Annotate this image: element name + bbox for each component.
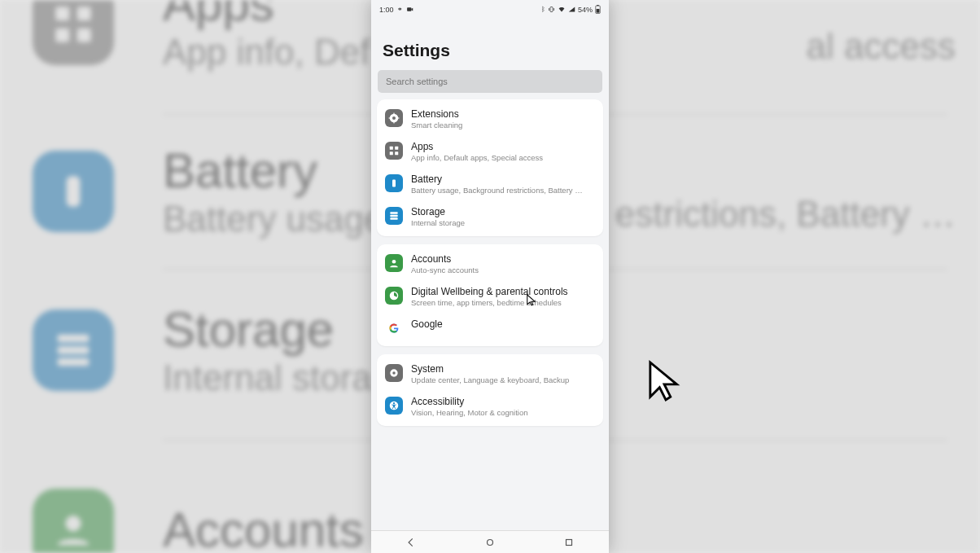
extensions-icon xyxy=(385,109,403,127)
search-placeholder: Search settings xyxy=(386,77,448,86)
svg-point-36 xyxy=(487,539,492,545)
row-google-title: Google xyxy=(411,318,595,330)
row-battery-sub: Battery usage, Background restrictions, … xyxy=(411,186,595,195)
bg-battery-sub-right: estrictions, Battery … xyxy=(615,194,956,235)
svg-point-30 xyxy=(392,260,396,264)
svg-point-17 xyxy=(392,116,396,120)
row-accessibility-title: Accessibility xyxy=(411,396,595,407)
svg-rect-9 xyxy=(407,7,411,11)
svg-rect-1 xyxy=(77,7,91,20)
row-extensions[interactable]: Extensions Smart cleaning xyxy=(377,103,603,135)
svg-rect-25 xyxy=(395,151,398,155)
storage-icon xyxy=(385,207,403,225)
recording-icon: ⚭ xyxy=(397,6,403,13)
bg-storage-title: Storage xyxy=(163,301,372,358)
svg-rect-7 xyxy=(58,358,90,366)
status-bar: 1:00 ⚭ ᛒ 54% xyxy=(371,0,609,16)
row-storage-sub: Internal storage xyxy=(411,218,595,227)
battery-icon xyxy=(385,174,403,192)
settings-group-device: Extensions Smart cleaning Apps App info,… xyxy=(377,99,603,236)
svg-rect-27 xyxy=(390,212,397,213)
row-accounts-title: Accounts xyxy=(411,253,595,265)
row-accounts-sub: Auto-sync accounts xyxy=(411,266,595,274)
row-google[interactable]: Google xyxy=(377,313,603,343)
status-time: 1:00 xyxy=(379,6,394,14)
row-accessibility[interactable]: Accessibility Vision, Hearing, Motor & c… xyxy=(377,390,603,423)
google-icon xyxy=(385,319,403,337)
row-storage-title: Storage xyxy=(411,206,595,217)
accessibility-icon xyxy=(385,397,403,415)
bg-accounts-title: Accounts xyxy=(163,502,364,554)
svg-rect-26 xyxy=(392,180,396,187)
svg-rect-10 xyxy=(550,7,553,12)
bg-apps-sub: App info, Def xyxy=(163,32,370,72)
phone-frame: 1:00 ⚭ ᛒ 54% xyxy=(371,0,609,553)
svg-rect-19 xyxy=(393,121,394,123)
signal-icon xyxy=(568,6,575,13)
row-apps-title: Apps xyxy=(411,141,595,152)
svg-rect-0 xyxy=(55,7,69,20)
bg-storage-sub: Internal stora xyxy=(163,358,372,398)
row-extensions-sub: Smart cleaning xyxy=(411,121,595,129)
svg-rect-23 xyxy=(395,147,398,150)
row-storage[interactable]: Storage Internal storage xyxy=(377,200,603,233)
accounts-icon xyxy=(385,254,403,272)
svg-point-33 xyxy=(392,371,396,375)
row-accounts[interactable]: Accounts Auto-sync accounts xyxy=(377,248,603,280)
row-system-sub: Update center, Language & keyboard, Back… xyxy=(411,375,595,384)
svg-rect-28 xyxy=(390,215,397,217)
accounts-icon xyxy=(33,489,114,553)
nav-recents-button[interactable] xyxy=(563,537,575,548)
android-nav-bar xyxy=(371,530,609,553)
svg-rect-14 xyxy=(597,5,598,6)
apps-icon xyxy=(385,142,403,160)
bg-apps-title: Apps xyxy=(163,0,370,32)
svg-rect-4 xyxy=(67,176,81,207)
row-wellbeing-title: Digital Wellbeing & parental controls xyxy=(411,286,595,297)
settings-group-system: System Update center, Language & keyboar… xyxy=(377,354,603,426)
svg-rect-29 xyxy=(390,217,397,219)
row-system[interactable]: System Update center, Language & keyboar… xyxy=(377,358,603,390)
svg-rect-6 xyxy=(58,346,90,354)
settings-group-accounts: Accounts Auto-sync accounts Digital Well… xyxy=(377,244,603,346)
vibrate-icon xyxy=(548,6,555,13)
storage-icon xyxy=(33,309,114,391)
row-wellbeing-sub: Screen time, app timers, bedtime schedul… xyxy=(411,298,595,307)
nav-home-button[interactable] xyxy=(484,537,496,548)
search-input[interactable]: Search settings xyxy=(378,70,602,93)
svg-rect-21 xyxy=(397,117,399,118)
row-apps[interactable]: Apps App info, Default apps, Special acc… xyxy=(377,135,603,168)
svg-rect-5 xyxy=(58,334,90,342)
svg-rect-18 xyxy=(393,113,394,115)
row-apps-sub: App info, Default apps, Special access xyxy=(411,153,595,162)
svg-rect-15 xyxy=(597,9,600,13)
svg-rect-37 xyxy=(567,539,572,545)
svg-point-35 xyxy=(393,402,395,404)
bluetooth-icon: ᛒ xyxy=(541,6,545,13)
svg-rect-24 xyxy=(390,151,393,155)
row-extensions-title: Extensions xyxy=(411,108,595,120)
row-battery[interactable]: Battery Battery usage, Background restri… xyxy=(377,168,603,200)
page-title: Settings xyxy=(371,16,609,70)
bg-battery-sub: Battery usage xyxy=(163,199,384,239)
cursor-icon xyxy=(647,358,685,404)
wellbeing-icon xyxy=(385,287,403,305)
row-battery-title: Battery xyxy=(411,173,595,185)
bg-battery-title: Battery xyxy=(163,143,384,199)
svg-rect-3 xyxy=(77,28,91,42)
battery-icon xyxy=(33,151,114,232)
svg-rect-22 xyxy=(390,147,393,150)
svg-rect-2 xyxy=(55,28,69,42)
battery-pct: 54% xyxy=(578,6,593,14)
wifi-icon xyxy=(558,6,566,13)
camera-icon xyxy=(406,6,413,13)
row-system-title: System xyxy=(411,363,595,375)
battery-icon xyxy=(595,5,601,14)
system-icon xyxy=(385,364,403,382)
nav-back-button[interactable] xyxy=(405,537,417,548)
bg-apps-sub-right: al access xyxy=(807,26,956,67)
apps-icon xyxy=(33,0,114,65)
row-wellbeing[interactable]: Digital Wellbeing & parental controls Sc… xyxy=(377,280,603,313)
svg-point-8 xyxy=(65,516,81,531)
row-accessibility-sub: Vision, Hearing, Motor & cognition xyxy=(411,408,595,417)
